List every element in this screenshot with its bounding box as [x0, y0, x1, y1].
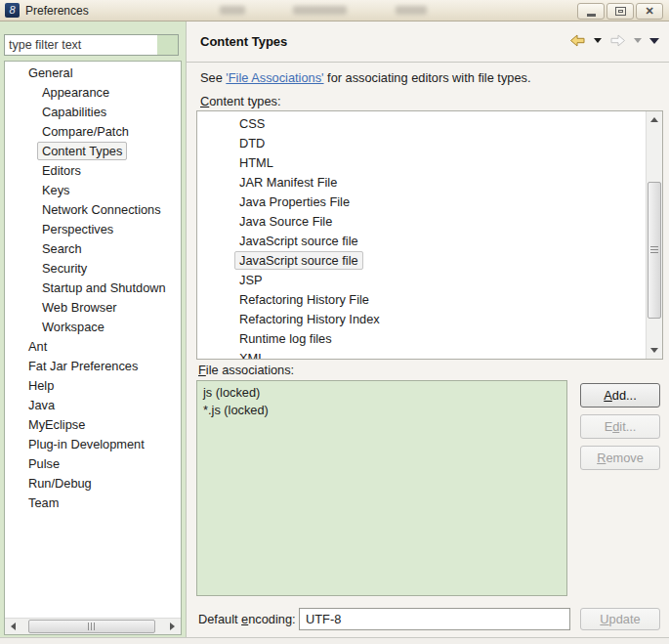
- forward-arrow-icon[interactable]: [609, 34, 626, 47]
- scrollbar-grip-icon: [650, 246, 658, 255]
- button-post: dd...: [612, 388, 637, 403]
- tree-item-label: Search: [42, 241, 82, 256]
- content-types-page: Content Types See 'File Associations' fo…: [186, 21, 669, 637]
- list-item-label: JAR Manifest File: [239, 175, 337, 190]
- forward-history-dropdown-icon[interactable]: [634, 38, 642, 43]
- sidebar-item-compare-patch[interactable]: Compare/Patch: [5, 122, 181, 142]
- scroll-up-button[interactable]: [647, 111, 662, 128]
- content-types-vertical-scrollbar[interactable]: [646, 111, 662, 359]
- list-item[interactable]: JSP: [197, 271, 646, 290]
- tree-item-label: MyEclipse: [28, 417, 85, 432]
- list-item-label: Runtime log files: [239, 331, 332, 346]
- sidebar-item-startup-and-shutdown[interactable]: Startup and Shutdown: [5, 279, 181, 298]
- maximize-button[interactable]: [606, 3, 634, 20]
- remove-button[interactable]: Remove: [580, 446, 660, 470]
- file-association-label: *.js (locked): [203, 403, 269, 417]
- list-item[interactable]: Refactoring History File: [197, 290, 646, 310]
- description-suffix: for associating editors with file types.: [324, 70, 531, 85]
- back-history-dropdown-icon[interactable]: [594, 38, 602, 43]
- list-item[interactable]: Java Properties File: [197, 193, 646, 212]
- scroll-left-icon: [11, 623, 16, 630]
- edit-button[interactable]: Edit...: [580, 414, 660, 439]
- maximize-icon: [615, 7, 626, 16]
- list-item[interactable]: HTML: [197, 153, 646, 173]
- list-item[interactable]: JAR Manifest File: [197, 173, 646, 193]
- preferences-sidebar: General Appearance Capabilities Compare/…: [0, 21, 186, 637]
- close-button[interactable]: ✕: [636, 3, 663, 20]
- list-item[interactable]: Runtime log files: [197, 329, 646, 349]
- list-item[interactable]: Java Source File: [197, 212, 646, 232]
- list-item-label: JavaScript source file: [239, 234, 358, 248]
- list-item-label: XML: [239, 351, 265, 360]
- tree-item-label: Appearance: [42, 85, 109, 100]
- file-associations-list[interactable]: js (locked) *.js (locked): [196, 380, 567, 596]
- sidebar-item-help[interactable]: Help: [5, 376, 181, 396]
- sidebar-item-java[interactable]: Java: [5, 396, 181, 415]
- sidebar-item-pulse[interactable]: Pulse: [5, 454, 181, 474]
- update-button[interactable]: Update: [580, 608, 660, 630]
- sidebar-item-search[interactable]: Search: [5, 239, 181, 259]
- title-bar[interactable]: 8 Preferences ✕: [0, 0, 669, 21]
- button-pre: E: [605, 419, 613, 434]
- back-arrow-icon[interactable]: [569, 34, 586, 47]
- content-types-label: Content types:: [200, 94, 281, 108]
- tree-item-label: Plug-in Development: [28, 437, 145, 451]
- tree-item-label: Network Connections: [42, 202, 161, 217]
- label-post: ontent types:: [209, 94, 280, 108]
- scroll-left-button[interactable]: [5, 619, 21, 634]
- tree-item-label: Help: [28, 378, 54, 393]
- tree-item-label: Workspace: [42, 320, 105, 334]
- sidebar-item-fat-jar-preferences[interactable]: Fat Jar Preferences: [5, 357, 181, 376]
- description-line: See 'File Associations' for associating …: [200, 70, 531, 85]
- sidebar-item-ant[interactable]: Ant: [5, 337, 181, 357]
- tree-item-label: Java: [28, 398, 55, 412]
- sidebar-item-perspectives[interactable]: Perspectives: [5, 220, 181, 239]
- page-title: Content Types: [200, 34, 287, 49]
- view-menu-icon[interactable]: [649, 38, 659, 44]
- add-button[interactable]: Add...: [580, 383, 660, 408]
- sidebar-item-capabilities[interactable]: Capabilities: [5, 103, 181, 122]
- tree-item-label: General: [28, 65, 73, 80]
- file-associations-label: File associations:: [198, 363, 294, 377]
- content-types-list[interactable]: CSS DTD HTML JAR Manifest File Java Prop…: [196, 110, 663, 360]
- list-item[interactable]: XML: [197, 349, 646, 360]
- button-post: emove: [606, 451, 643, 465]
- list-item-selected[interactable]: JavaScript source file: [197, 251, 646, 271]
- sidebar-item-workspace[interactable]: Workspace: [5, 318, 181, 337]
- list-item[interactable]: CSS: [197, 114, 646, 134]
- window-title: Preferences: [25, 4, 89, 18]
- filter-input[interactable]: [5, 35, 157, 55]
- default-encoding-input[interactable]: [299, 608, 570, 630]
- tree-rows: General Appearance Capabilities Compare/…: [5, 64, 181, 513]
- sidebar-item-team[interactable]: Team: [5, 494, 181, 513]
- sidebar-item-web-browser[interactable]: Web Browser: [5, 298, 181, 318]
- minimize-button[interactable]: [577, 3, 605, 20]
- sidebar-item-appearance[interactable]: Appearance: [5, 83, 181, 103]
- sidebar-item-network-connections[interactable]: Network Connections: [5, 200, 181, 220]
- sidebar-item-myeclipse[interactable]: MyEclipse: [5, 415, 181, 435]
- horizontal-scrollbar-thumb[interactable]: [28, 620, 155, 633]
- vertical-scrollbar-thumb[interactable]: [648, 182, 661, 319]
- sidebar-item-run-debug[interactable]: Run/Debug: [5, 474, 181, 494]
- list-item[interactable]: JavaScript source file: [197, 232, 646, 251]
- tree-item-label: Capabilities: [42, 105, 106, 119]
- sidebar-item-editors[interactable]: Editors: [5, 161, 181, 181]
- file-association-item[interactable]: js (locked): [197, 384, 566, 402]
- scroll-right-button[interactable]: [164, 619, 181, 634]
- scroll-down-button[interactable]: [647, 342, 662, 359]
- scroll-down-icon: [650, 348, 658, 353]
- preferences-dialog: 8 Preferences ✕ General Appearance: [0, 0, 669, 644]
- file-association-item[interactable]: *.js (locked): [197, 402, 566, 419]
- list-item[interactable]: DTD: [197, 134, 646, 153]
- tree-item-label: Team: [28, 495, 59, 510]
- tree-horizontal-scrollbar[interactable]: [5, 618, 181, 634]
- file-associations-link[interactable]: 'File Associations': [226, 70, 323, 85]
- sidebar-item-content-types[interactable]: Content Types: [5, 142, 181, 161]
- sidebar-item-keys[interactable]: Keys: [5, 181, 181, 200]
- scroll-up-icon: [650, 117, 658, 122]
- sidebar-item-plugin-development[interactable]: Plug-in Development: [5, 435, 181, 454]
- sidebar-item-general[interactable]: General: [5, 64, 181, 83]
- sidebar-item-security[interactable]: Security: [5, 259, 181, 279]
- list-item[interactable]: Refactoring History Index: [197, 310, 646, 329]
- filter-field-wrap: [4, 34, 179, 56]
